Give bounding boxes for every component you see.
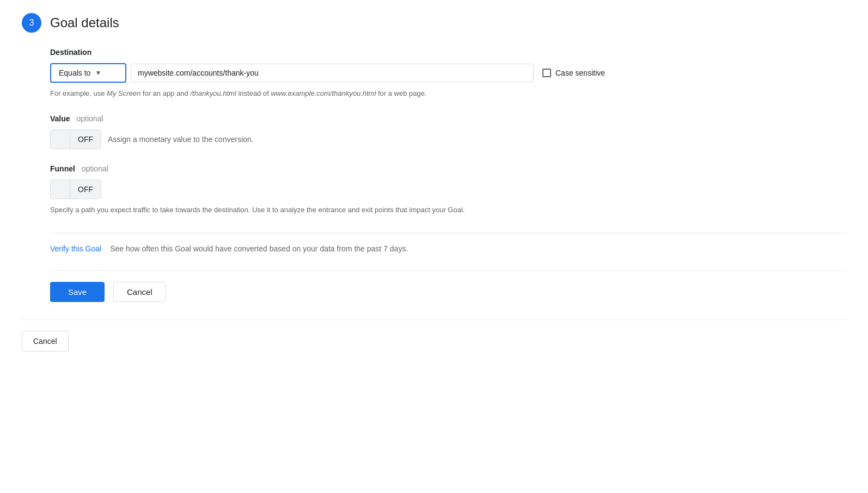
page-container: 3 Goal details Destination Equals to ▼ C… — [0, 0, 868, 493]
funnel-field-label: Funnel optional — [50, 164, 846, 173]
step-header: 3 Goal details — [22, 13, 846, 33]
funnel-toggle-handle — [51, 180, 70, 199]
save-button[interactable]: Save — [50, 282, 105, 302]
case-sensitive-label: Case sensitive — [555, 69, 605, 77]
value-description: Assign a monetary value to the conversio… — [108, 135, 254, 144]
section-content: Destination Equals to ▼ Case sensitive F… — [22, 48, 846, 302]
equals-to-dropdown[interactable]: Equals to ▼ — [50, 63, 126, 83]
step-badge: 3 — [22, 13, 41, 33]
case-sensitive-row: Case sensitive — [542, 69, 605, 77]
page-title: Goal details — [50, 15, 119, 30]
destination-input[interactable] — [131, 64, 534, 82]
destination-hint: For example, use My Screen for an app an… — [50, 88, 846, 99]
step-number: 3 — [29, 18, 34, 28]
funnel-toggle-row: OFF — [50, 180, 846, 199]
cancel-button[interactable]: Cancel — [113, 282, 166, 302]
case-sensitive-checkbox[interactable] — [542, 69, 551, 77]
hint-italic-1: My Screen — [107, 89, 140, 97]
funnel-toggle-label: OFF — [70, 180, 101, 199]
chevron-down-icon: ▼ — [95, 69, 101, 77]
value-section: Value optional OFF Assign a monetary val… — [50, 114, 846, 149]
value-toggle-label: OFF — [70, 130, 101, 149]
funnel-section: Funnel optional OFF Specify a path you e… — [50, 164, 846, 216]
bottom-rule — [22, 319, 846, 320]
dropdown-label: Equals to — [59, 69, 90, 77]
hint-italic-3: www.example.com/thankyou.html — [271, 89, 376, 97]
destination-section: Destination Equals to ▼ Case sensitive F… — [50, 48, 846, 99]
verify-description: See how often this Goal would have conve… — [110, 244, 408, 253]
bottom-cancel-button[interactable]: Cancel — [22, 331, 69, 352]
funnel-description: Specify a path you expect traffic to tak… — [50, 205, 540, 216]
destination-label: Destination — [50, 48, 846, 57]
hint-middle-1: for an app and — [140, 89, 190, 97]
verify-divider-bottom — [50, 270, 846, 271]
verify-row: Verify this Goal See how often this Goal… — [50, 244, 846, 253]
destination-row: Equals to ▼ Case sensitive — [50, 63, 846, 83]
value-label: Value — [50, 114, 70, 123]
hint-end: for a web page. — [376, 89, 426, 97]
funnel-label: Funnel — [50, 164, 75, 173]
verify-link[interactable]: Verify this Goal — [50, 244, 101, 253]
value-field-label: Value optional — [50, 114, 846, 123]
hint-middle-2: instead of — [236, 89, 271, 97]
value-optional: optional — [76, 114, 103, 123]
value-toggle-row: OFF Assign a monetary value to the conve… — [50, 130, 846, 149]
funnel-optional: optional — [82, 164, 108, 173]
value-toggle[interactable]: OFF — [50, 130, 101, 149]
verify-divider-top — [50, 233, 846, 233]
funnel-toggle[interactable]: OFF — [50, 180, 101, 199]
value-toggle-handle — [51, 130, 70, 149]
hint-text-before: For example, use — [50, 89, 107, 97]
hint-italic-2: /thankyou.html — [190, 89, 236, 97]
action-row: Save Cancel — [50, 282, 846, 302]
